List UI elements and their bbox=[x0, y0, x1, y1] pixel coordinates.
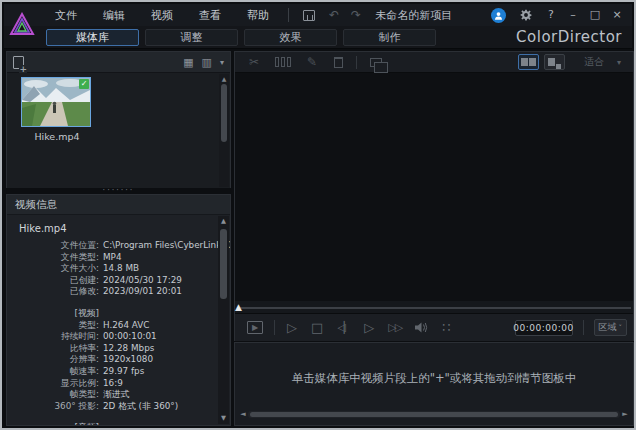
zoom-fit-caret-icon[interactable]: ▾ bbox=[617, 58, 621, 67]
account-icon[interactable] bbox=[491, 8, 506, 23]
snapshot-icon[interactable] bbox=[370, 58, 382, 67]
field-value: 2023/09/01 20:01 bbox=[103, 286, 182, 298]
seek-track[interactable] bbox=[237, 307, 631, 309]
media-library-toolbar: ▦ ▥ ▾ bbox=[7, 52, 230, 73]
trim-clip-icon[interactable] bbox=[275, 57, 291, 67]
info-row-file-type: 文件类型: MP4 bbox=[7, 252, 216, 264]
tab-adjustment[interactable]: 调整 bbox=[145, 29, 238, 46]
undo-icon[interactable]: ↶ bbox=[323, 5, 345, 25]
compare-split-view-button[interactable] bbox=[544, 54, 565, 70]
compare-side-by-side-button[interactable] bbox=[518, 54, 539, 70]
toolbar-divider bbox=[288, 8, 289, 22]
settings-gear-icon[interactable] bbox=[514, 9, 538, 21]
seek-bar[interactable]: ▲ bbox=[235, 301, 633, 313]
view-options-caret-icon[interactable]: ▾ bbox=[220, 58, 224, 67]
menu-bar: 文件 编辑 视频 查看 帮助 bbox=[42, 5, 282, 26]
info-scrollbar-track[interactable] bbox=[220, 227, 227, 413]
clip-thumbnail[interactable]: ✓ bbox=[21, 77, 91, 127]
timecode-display[interactable]: 00:00:00:00 bbox=[515, 320, 573, 336]
delete-clip-icon[interactable] bbox=[334, 57, 343, 68]
field-label: 已修改: bbox=[7, 286, 99, 298]
window-controls: ? – □ × bbox=[491, 5, 632, 25]
info-row-created: 已创建: 2024/05/30 17:29 bbox=[7, 275, 216, 287]
speaker-icon bbox=[415, 322, 428, 333]
menu-file[interactable]: 文件 bbox=[42, 5, 90, 26]
field-label: 文件大小: bbox=[7, 263, 99, 275]
volume-button[interactable] bbox=[415, 322, 428, 333]
field-label: 文件类型: bbox=[7, 252, 99, 264]
section-label: [音频] bbox=[7, 422, 99, 426]
field-value: C:\Program Files\CyberLink\Color... bbox=[103, 240, 231, 252]
scroll-down-icon[interactable]: ▼ bbox=[221, 413, 226, 424]
next-frame-button[interactable]: ▷ bbox=[364, 316, 374, 340]
frame-grid-button[interactable]: ∷ bbox=[442, 316, 450, 340]
field-value: 16:9 bbox=[103, 378, 123, 390]
preview-panel: ✂ ✎ 适合 ▾ ▲ ▶ ▷ □ ◁▏ ▷ ▷▷ bbox=[234, 51, 634, 341]
preview-toolbar: ✂ ✎ 适合 ▾ bbox=[235, 52, 633, 73]
media-clip-item[interactable]: ✓ Hike.mp4 bbox=[21, 77, 93, 142]
split-clip-icon[interactable]: ✂ bbox=[249, 53, 259, 71]
tab-media-library[interactable]: 媒体库 bbox=[46, 29, 139, 46]
media-scrollbar[interactable]: ▲ bbox=[219, 74, 229, 187]
controls-divider bbox=[583, 320, 584, 335]
info-row-aspect-ratio: 显示比例: 16:9 bbox=[7, 378, 216, 390]
scroll-up-icon[interactable]: ▲ bbox=[222, 74, 227, 83]
toolbar-divider bbox=[356, 56, 357, 69]
storyboard-scrollbar-track[interactable] bbox=[248, 411, 620, 418]
media-scrollbar-thumb[interactable] bbox=[221, 84, 227, 142]
info-row-resolution: 分辨率: 1920x1080 bbox=[7, 354, 216, 366]
field-label: 显示比例: bbox=[7, 378, 99, 390]
field-label: 360° 投影: bbox=[7, 401, 99, 413]
info-section-video: [视频] bbox=[7, 308, 216, 320]
maximize-button[interactable]: □ bbox=[586, 5, 604, 25]
menu-help[interactable]: 帮助 bbox=[234, 5, 282, 26]
gear-icon bbox=[520, 9, 532, 21]
menu-view[interactable]: 查看 bbox=[186, 5, 234, 26]
tab-produce[interactable]: 制作 bbox=[343, 29, 436, 46]
storyboard-scrollbar[interactable]: ◄ ► bbox=[238, 409, 630, 419]
scroll-left-icon[interactable]: ◄ bbox=[238, 410, 248, 418]
fast-forward-button[interactable]: ▷▷ bbox=[388, 316, 401, 340]
field-value: 12.28 Mbps bbox=[103, 343, 154, 355]
field-label: 文件位置: bbox=[7, 240, 99, 252]
scroll-right-icon[interactable]: ► bbox=[620, 410, 630, 418]
info-scrollbar-thumb[interactable] bbox=[220, 229, 227, 299]
media-library-panel: ▦ ▥ ▾ bbox=[6, 51, 231, 188]
preview-quality-dropdown[interactable]: 区域 ˅ bbox=[594, 319, 628, 336]
pen-edit-icon[interactable]: ✎ bbox=[307, 53, 317, 71]
info-row-file-size: 文件大小: 14.8 MB bbox=[7, 263, 216, 275]
video-preview-area bbox=[235, 73, 633, 301]
field-value: 14.8 MB bbox=[103, 263, 139, 275]
zoom-fit-label[interactable]: 适合 bbox=[584, 55, 604, 69]
info-section-audio: [音频] bbox=[7, 422, 216, 426]
help-button[interactable]: ? bbox=[542, 5, 560, 25]
project-title: 未命名的新项目 bbox=[375, 8, 452, 23]
field-value: 00:00:10:01 bbox=[103, 331, 157, 343]
redo-icon[interactable]: ↷ bbox=[345, 5, 367, 25]
grid-view-small-icon[interactable]: ▦ bbox=[183, 56, 193, 69]
info-row-bitrate: 比特率: 12.28 Mbps bbox=[7, 343, 216, 355]
storyboard-hint-text: 单击媒体库中视频片段上的"+"或将其拖动到情节图板中 bbox=[235, 371, 633, 386]
module-tabs: 媒体库 调整 效果 制作 bbox=[46, 29, 436, 46]
import-media-icon[interactable] bbox=[13, 56, 24, 69]
close-button[interactable]: × bbox=[608, 5, 626, 25]
storyboard-scrollbar-thumb[interactable] bbox=[250, 412, 618, 417]
preview-window-button[interactable]: ▶ bbox=[247, 321, 263, 334]
stop-button[interactable]: □ bbox=[311, 316, 323, 340]
scroll-up-icon[interactable]: ▲ bbox=[221, 216, 226, 227]
menu-edit[interactable]: 编辑 bbox=[90, 5, 138, 26]
previous-frame-button[interactable]: ◁▏ bbox=[337, 316, 350, 340]
media-library-content: ✓ Hike.mp4 ▲ bbox=[7, 73, 230, 188]
menu-video[interactable]: 视频 bbox=[138, 5, 186, 26]
field-value: 渐进式 bbox=[103, 389, 129, 401]
info-row-codec: 类型: H.264 AVC bbox=[7, 320, 216, 332]
minimize-button[interactable]: – bbox=[564, 5, 582, 25]
info-scrollbar[interactable]: ▲ ▼ bbox=[218, 216, 229, 424]
grid-view-large-icon[interactable]: ▥ bbox=[202, 56, 212, 69]
preview-quality-label: 区域 bbox=[599, 321, 617, 334]
tab-effects[interactable]: 效果 bbox=[244, 29, 337, 46]
info-row-file-location: 文件位置: C:\Program Files\CyberLink\Color..… bbox=[7, 240, 216, 252]
save-project-icon[interactable] bbox=[303, 10, 315, 21]
play-button[interactable]: ▷ bbox=[287, 316, 297, 340]
playhead-marker[interactable]: ▲ bbox=[235, 302, 242, 312]
